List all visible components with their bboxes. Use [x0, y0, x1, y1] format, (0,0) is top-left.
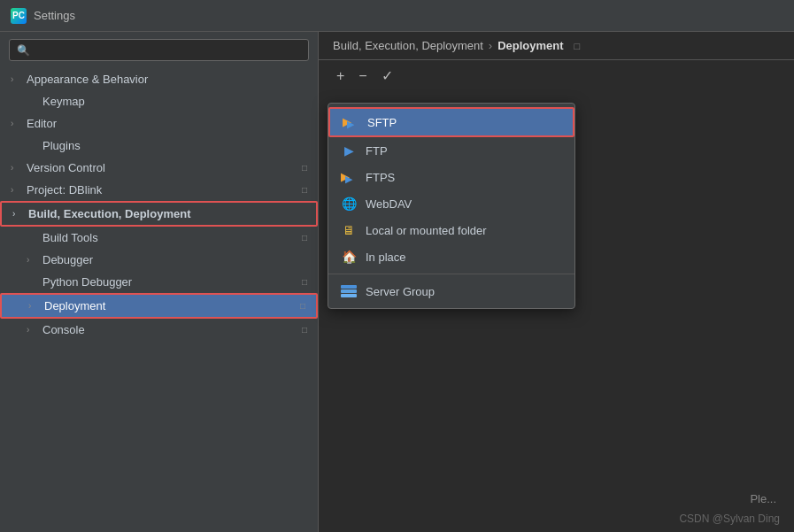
sidebar-item-deployment[interactable]: › Deployment □ — [0, 293, 318, 319]
sidebar-item-keymap[interactable]: Keymap — [0, 90, 318, 112]
sidebar-item-label: Plugins — [42, 139, 307, 152]
sidebar-badge: □ — [300, 301, 305, 311]
ftp-icon: ▶ — [341, 143, 357, 158]
sidebar-item-build-tools[interactable]: Build Tools □ — [0, 227, 318, 249]
breadcrumb-parent: Build, Execution, Deployment — [333, 39, 483, 52]
sidebar-item-label: Editor — [27, 117, 307, 130]
search-icon: 🔍 — [17, 44, 30, 57]
content-area: Build, Execution, Deployment › Deploymen… — [319, 32, 794, 532]
sidebar-item-version-control[interactable]: › Version Control □ — [0, 157, 318, 179]
svg-rect-2 — [341, 294, 357, 297]
expand-arrow-icon: › — [27, 255, 37, 265]
breadcrumb-current: Deployment — [497, 39, 563, 52]
expand-arrow-icon: › — [11, 163, 21, 173]
main-layout: 🔍 › Appearance & Behavior Keymap › Edito… — [0, 32, 794, 532]
logo-text: PC — [12, 11, 25, 20]
sidebar-item-label: Deployment — [44, 299, 295, 312]
search-box[interactable]: 🔍 — [9, 39, 309, 61]
expand-arrow-icon: › — [11, 185, 21, 195]
local-folder-icon: 🖥 — [341, 223, 357, 237]
sidebar-item-label: Project: DBlink — [27, 183, 297, 197]
dropdown-item-label: FTP — [366, 144, 388, 158]
sidebar-item-build-execution[interactable]: › Build, Execution, Deployment — [0, 201, 318, 227]
sidebar-item-debugger[interactable]: › Debugger — [0, 249, 318, 271]
sidebar-item-label: Build Tools — [42, 231, 297, 244]
title-bar: PC Settings — [0, 0, 794, 32]
toolbar: + − ✓ — [319, 60, 794, 91]
sidebar-item-project-dblink[interactable]: › Project: DBlink □ — [0, 179, 318, 201]
dropdown-item-sftp[interactable]: ▶ ▶ SFTP — [328, 107, 574, 137]
sidebar-item-appearance[interactable]: › Appearance & Behavior — [0, 68, 318, 90]
dropdown-item-label: In place — [366, 251, 406, 264]
sidebar: 🔍 › Appearance & Behavior Keymap › Edito… — [0, 32, 319, 532]
expand-arrow-icon: › — [28, 301, 39, 311]
sidebar-badge: □ — [302, 163, 307, 173]
search-input[interactable] — [35, 43, 301, 57]
svg-rect-0 — [341, 285, 357, 289]
sidebar-badge: □ — [302, 233, 307, 243]
sidebar-badge: □ — [302, 185, 307, 195]
dropdown-separator — [328, 274, 574, 274]
dropdown-item-ftp[interactable]: ▶ FTP — [328, 137, 574, 164]
sidebar-item-label: Console — [42, 323, 297, 336]
dropdown-item-label: Local or mounted folder — [366, 224, 487, 237]
sftp-icon: ▶ ▶ — [343, 115, 358, 129]
pycharm-logo: PC — [11, 8, 27, 24]
dropdown-item-local[interactable]: 🖥 Local or mounted folder — [328, 217, 574, 243]
dropdown-item-label: SFTP — [367, 116, 397, 129]
sidebar-item-label: Build, Execution, Deployment — [28, 207, 305, 220]
sidebar-item-label: Keymap — [42, 95, 307, 108]
sidebar-item-label: Debugger — [42, 253, 307, 266]
expand-arrow-icon: › — [11, 74, 21, 84]
sidebar-item-label: Version Control — [27, 161, 297, 174]
dropdown-item-label: FTPS — [366, 171, 395, 184]
sidebar-badge: □ — [302, 277, 307, 287]
remove-button[interactable]: − — [355, 66, 370, 86]
dropdown-popup: ▶ ▶ SFTP ▶ FTP ▶ ▶ — [328, 103, 575, 309]
sidebar-item-console[interactable]: › Console □ — [0, 319, 318, 341]
webdav-icon: 🌐 — [341, 197, 357, 211]
dropdown-item-servergroup[interactable]: Server Group — [328, 278, 574, 305]
dropdown-item-webdav[interactable]: 🌐 WebDAV — [328, 190, 574, 217]
title-bar-text: Settings — [34, 9, 75, 22]
dropdown-item-label: Server Group — [366, 285, 435, 298]
watermark: CSDN @Sylvan Ding — [679, 513, 780, 525]
expand-arrow-icon: › — [12, 209, 23, 219]
inplace-icon: 🏠 — [341, 250, 357, 264]
breadcrumb: Build, Execution, Deployment › Deploymen… — [319, 32, 794, 60]
add-button[interactable]: + — [333, 66, 348, 86]
verify-button[interactable]: ✓ — [378, 66, 397, 86]
dropdown-item-inplace[interactable]: 🏠 In place — [328, 243, 574, 270]
expand-arrow-icon: › — [27, 325, 37, 335]
sidebar-item-label: Python Debugger — [42, 275, 297, 289]
ftps-icon: ▶ ▶ — [341, 170, 357, 184]
dropdown-item-ftps[interactable]: ▶ ▶ FTPS — [328, 164, 574, 190]
expand-arrow-icon: › — [11, 119, 21, 128]
sidebar-item-python-debugger[interactable]: Python Debugger □ — [0, 271, 318, 293]
sidebar-badge: □ — [302, 325, 307, 335]
breadcrumb-separator: › — [489, 39, 492, 52]
sidebar-item-label: Appearance & Behavior — [27, 73, 307, 86]
content-placeholder: Ple... — [750, 492, 776, 505]
svg-rect-1 — [341, 289, 357, 293]
server-group-icon — [341, 284, 357, 298]
breadcrumb-pin: □ — [574, 41, 581, 51]
dropdown-item-label: WebDAV — [366, 197, 412, 211]
sidebar-item-plugins[interactable]: Plugins — [0, 135, 318, 157]
sidebar-item-editor[interactable]: › Editor — [0, 112, 318, 135]
